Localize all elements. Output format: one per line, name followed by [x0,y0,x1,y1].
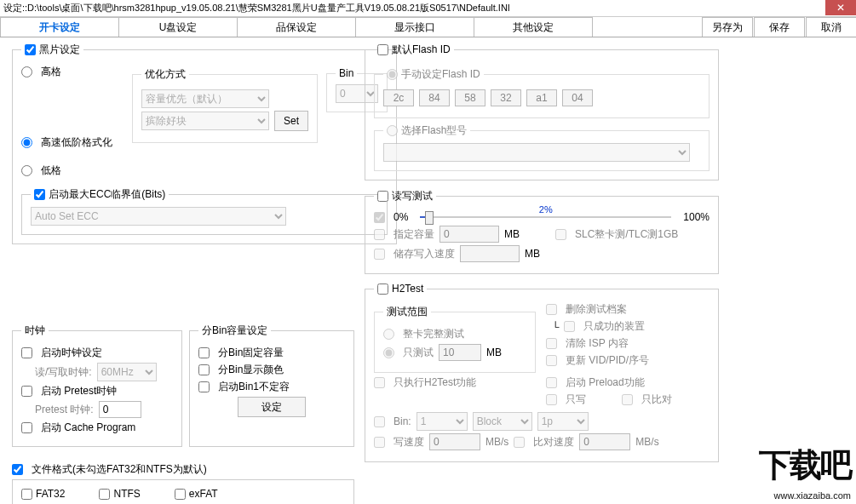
only-test-label: 只测试 [403,346,434,360]
pretest-label: Pretest 时钟: [35,403,94,417]
rw-cap-input[interactable] [439,226,499,243]
h2-del-label: 删除测试档案 [566,302,627,317]
h2-compare-only[interactable] [622,394,633,405]
store-speed-enable[interactable] [374,249,385,260]
hex-0[interactable] [383,89,414,106]
tab-usb-settings[interactable]: U盘设定 [118,17,238,37]
h2-1p-select[interactable]: 1p [537,412,589,431]
h2-block-select[interactable]: Block [473,412,532,431]
hex-5[interactable] [562,89,593,106]
rw-mb-label: MB [504,228,520,240]
flash-id-enable[interactable] [377,44,388,55]
rw-slider[interactable]: 2% [420,216,671,218]
h2-cmpspeed-enable[interactable] [514,437,525,448]
h2test-enable[interactable] [377,284,388,295]
h2-cmpspeed-label: 比对速度 [533,435,574,450]
watermark-url: www.xiazaiba.com [774,490,851,501]
radio-high-format[interactable] [21,66,32,77]
clock-enable[interactable] [21,347,32,358]
h2-scope-legend: 测试范围 [383,305,431,319]
store-speed-input[interactable] [460,245,520,262]
rw-test-enable[interactable] [377,191,388,202]
close-button[interactable]: ✕ [825,0,856,15]
exfat-cb[interactable] [175,489,186,500]
tab-display-interface[interactable]: 显示接口 [355,17,474,37]
h2-write-only[interactable] [546,394,557,405]
file-format-enable[interactable] [12,464,23,475]
bin-fixed-cap[interactable] [198,347,210,358]
radio-full-test[interactable] [383,329,394,340]
black-chip-enable[interactable] [25,44,36,55]
cancel-button[interactable]: 取消 [806,17,856,37]
bin-settings-button[interactable]: 设定 [238,397,306,417]
optimize-label: 优化方式 [141,67,189,82]
hex-2[interactable] [455,89,485,106]
h2test-legend: H2Test [392,283,423,295]
tab-card-settings[interactable]: 开卡设定 [0,17,119,37]
radio-only-test[interactable] [383,347,394,358]
h2-vid-enable[interactable] [546,355,557,366]
h2-mbs-label: MB/s [485,436,508,448]
cache-program-enable[interactable] [21,422,32,433]
clock-group: 时钟 启动时钟设定 读/写取时钟:60MHz 启动 Pretest时钟 Pret… [12,324,182,447]
low-format-label: 低格 [41,163,61,178]
h2-wspeed-input[interactable] [429,433,480,450]
pretest-input[interactable] [99,401,141,418]
save-button[interactable]: 保存 [754,17,805,37]
exfat-label: exFAT [189,488,218,500]
h2-mbs-label-2: MB/s [635,436,658,448]
h2-only-enable[interactable] [374,377,385,388]
rw-cap-label: 指定容量 [394,227,434,242]
radio-select-flash-model[interactable] [387,125,398,136]
black-chip-label: 黑片设定 [39,43,80,55]
optimize-select[interactable]: 容量优先（默认） [141,89,269,108]
h2-bin-enable[interactable] [374,416,385,427]
only-test-input[interactable] [439,344,481,361]
h2-succ-enable[interactable] [564,321,575,332]
ntfs-cb[interactable] [99,489,110,500]
fat32-cb[interactable] [21,489,32,500]
fat32-label: FAT32 [36,488,65,500]
high-format-label: 高格 [41,65,61,79]
store-speed-mb-label: MB [525,248,540,260]
ecc-enable[interactable] [34,189,45,200]
h2-preload-enable[interactable] [546,377,557,388]
rw-cap-enable[interactable] [374,229,385,240]
bin-label: Bin [336,67,357,79]
save-as-button[interactable]: 另存为 [702,17,753,37]
h2-isp-label: 清除 ISP 内容 [566,336,629,351]
set-button[interactable]: Set [274,111,308,131]
pretest-clock-enable[interactable] [21,386,32,397]
hex-1[interactable] [419,89,450,106]
h2-del-enable[interactable] [546,304,557,315]
h2-cmpspeed-input[interactable] [579,433,630,450]
radio-fast-low-format[interactable] [21,137,32,148]
bin-capacity-legend: 分Bin容量设定 [198,324,271,338]
bin-fixed-cap-label: 分Bin固定容量 [218,346,284,360]
h2test-group: H2Test 测试范围 整卡完整测试 只测试 MB 删除测试档案 └ 只成功的装… [365,283,719,462]
slc-test-enable[interactable] [555,229,566,240]
slider-thumb[interactable] [425,211,434,225]
optimize-select-2[interactable]: 摈除好块 [141,112,269,130]
flash-id-group: 默认Flash ID 手动设定Flash ID 选择Flash型号 [365,43,719,180]
bin1-variable[interactable] [198,381,210,392]
ecc-select[interactable]: Auto Set ECC [31,207,286,226]
hex-4[interactable] [526,89,557,106]
rw-slider-enable[interactable] [374,212,385,223]
cache-program-label: 启动 Cache Program [41,421,135,435]
radio-manual-flash-id[interactable] [387,69,398,80]
rw-percent-label: 2% [539,204,553,215]
tab-other-settings[interactable]: 其他设定 [474,17,593,37]
tab-qa-settings[interactable]: 品保设定 [237,17,356,37]
rw-clock-select[interactable]: 60MHz [97,363,157,381]
h2-wspeed-enable[interactable] [374,437,385,448]
black-chip-settings: 黑片设定 高格 高速低阶格式化 低格 优化方式 容量优先（默认） [12,43,397,244]
bin-color[interactable] [198,364,210,375]
h2-bin-select[interactable]: 1 [417,412,468,431]
flash-model-select[interactable] [383,143,690,162]
h2-isp-enable[interactable] [546,338,557,349]
hex-3[interactable] [491,89,521,106]
h2-wspeed-label: 写速度 [394,435,424,450]
clock-legend: 时钟 [21,324,49,338]
radio-low-format[interactable] [21,165,32,176]
